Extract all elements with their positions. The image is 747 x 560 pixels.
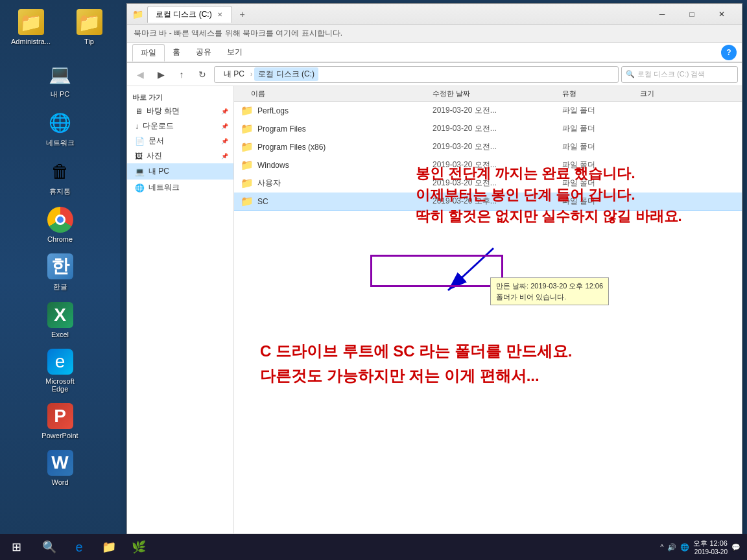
address-path[interactable]: 내 PC › 로컬 디스크 (C:) — [214, 66, 619, 83]
word-icon: W — [47, 450, 73, 476]
ribbon: 파일 홈 공유 보기 ? — [127, 43, 742, 63]
desktop-icon-excel[interactable]: X Excel — [34, 299, 86, 341]
file-date-programfiles: 2019-03-20 오전... — [433, 123, 562, 134]
file-date-programfilesx86: 2019-03-20 오전... — [433, 141, 562, 152]
clock-date: 2019-03-20 — [693, 548, 728, 555]
maximize-button[interactable]: □ — [677, 4, 707, 25]
taskbar-edge[interactable]: e — [65, 534, 93, 560]
col-type-header[interactable]: 유형 — [562, 89, 640, 99]
minimize-button[interactable]: ─ — [647, 4, 677, 25]
desktop-sidebar-icon: 🖥 — [135, 107, 143, 116]
chrome-icon — [47, 207, 73, 233]
search-placeholder: 로컬 디스크 (C:) 검색 — [637, 69, 706, 79]
refresh-button[interactable]: ↻ — [193, 65, 211, 84]
file-row-perflogs[interactable]: 📁 PerfLogs 2019-03-20 오전... 파일 폴더 — [234, 102, 742, 120]
ribbon-tabs: 파일 홈 공유 보기 ? — [127, 43, 742, 62]
file-type-programfilesx86: 파일 폴더 — [562, 141, 640, 152]
file-type-windows: 파일 폴더 — [562, 159, 640, 170]
recycle-label: 휴지통 — [49, 187, 71, 196]
mypc-label: 내 PC — [51, 89, 69, 99]
taskbar-search[interactable]: 🔍 — [35, 534, 64, 560]
desktop-icon-hangul[interactable]: 한 한글 — [34, 251, 86, 294]
sidebar-downloads-label: 다운로드 — [143, 121, 174, 132]
desktop-icon-recycle[interactable]: 🗑 휴지통 — [34, 156, 86, 199]
clock-time: 오후 12:06 — [693, 539, 728, 548]
path-drive[interactable]: 로컬 디스크 (C:) — [254, 67, 318, 81]
desktop-icon-admin[interactable]: 📁 Administra... — [5, 6, 57, 48]
ribbon-tab-share[interactable]: 공유 — [188, 44, 219, 60]
speaker-icon[interactable]: 🔊 — [667, 543, 676, 552]
sidebar-item-mypc[interactable]: 💻 내 PC — [127, 163, 233, 180]
sidebar-network-label: 네트워크 — [148, 182, 180, 193]
instruction-line2: 다른것도 가능하지만 저는 이게 편해서... — [260, 364, 572, 388]
help-button[interactable]: ? — [721, 45, 737, 60]
file-row-windows[interactable]: 📁 Windows 2019-03-20 오전... 파일 폴더 — [234, 156, 742, 174]
notification-icon[interactable]: 💬 — [731, 543, 741, 552]
sidebar-item-network[interactable]: 🌐 네트워크 — [127, 180, 233, 196]
new-tab-button[interactable]: + — [235, 6, 250, 22]
network-sidebar-icon: 🌐 — [135, 183, 145, 192]
col-size-header[interactable]: 크기 — [640, 89, 692, 99]
sidebar-item-downloads[interactable]: ↓ 다운로드 📌 — [127, 119, 233, 134]
col-date-header[interactable]: 수정한 날짜 — [433, 89, 562, 99]
sidebar-item-desktop[interactable]: 🖥 바탕 화면 📌 — [127, 104, 233, 119]
ribbon-tab-file[interactable]: 파일 — [132, 44, 165, 62]
tip-icon-label: Tip — [84, 38, 94, 45]
network-icon: 🌐 — [47, 110, 73, 135]
sidebar-item-documents[interactable]: 📄 문서 📌 — [127, 134, 233, 148]
desktop-icon-tip[interactable]: 📁 Tip — [64, 6, 115, 48]
file-row-programfiles[interactable]: 📁 Program Files 2019-03-20 오전... 파일 폴더 — [234, 120, 742, 138]
taskbar-explorer[interactable]: 📁 — [95, 534, 123, 560]
desktop-icon-network[interactable]: 🌐 네트워크 — [34, 107, 86, 150]
desktop-icon-mypc[interactable]: 💻 내 PC — [34, 58, 86, 102]
folder-taskbar-icon: 📁 — [102, 540, 116, 554]
sidebar-item-pictures[interactable]: 🖼 사진 📌 — [127, 148, 233, 163]
close-button[interactable]: ✕ — [707, 4, 737, 25]
pin-icon-4: 📌 — [221, 153, 228, 159]
file-name-windows: 📁 Windows — [238, 159, 433, 171]
folder-icon-5: 📁 — [241, 177, 254, 189]
col-name-header[interactable]: 이름 — [238, 89, 433, 99]
file-row-sc[interactable]: 📁 SC 2019-03-20 오후... 파일 폴더 — [234, 192, 742, 211]
forward-button[interactable]: ▶ — [152, 65, 170, 84]
search-box[interactable]: 🔍 로컬 디스크 (C:) 검색 — [621, 66, 738, 83]
back-button[interactable]: ◀ — [131, 65, 149, 84]
edge-icon: e — [47, 349, 73, 375]
desktop-icon-chrome[interactable]: Chrome — [34, 204, 86, 246]
up-button[interactable]: ↑ — [172, 65, 191, 84]
tab-close-button[interactable]: ✕ — [216, 11, 224, 18]
start-button[interactable]: ⊞ — [0, 534, 32, 560]
file-row-users[interactable]: 📁 사용자 2019-03-20 오전... 파일 폴더 — [234, 174, 742, 192]
taskbar-app4[interactable]: 🌿 — [124, 534, 153, 560]
tray-chevron[interactable]: ^ — [660, 543, 663, 551]
file-date-windows: 2019-03-20 오전... — [433, 159, 562, 170]
network-label: 네트워크 — [46, 138, 75, 148]
bookmark-bar: 북마크 바 - 빠른 액세스를 위해 북마크를 여기에 표시합니다. — [127, 25, 742, 43]
desktop-icon-edge[interactable]: e Microsoft Edge — [34, 346, 86, 395]
sidebar: 바로 가기 🖥 바탕 화면 📌 ↓ 다운로드 📌 📄 문서 📌 🖼 사진 📌 — [127, 86, 234, 533]
edge-taskbar-icon: e — [75, 540, 82, 555]
file-name-programfilesx86: 📁 Program Files (x86) — [238, 141, 433, 153]
file-date-sc: 2019-03-20 오후... — [433, 196, 562, 207]
recycle-bin-icon: 🗑 — [47, 158, 73, 184]
taskbar-tray: ^ 🔊 🌐 오후 12:06 2019-03-20 💬 — [660, 539, 747, 555]
sidebar-desktop-label: 바탕 화면 — [147, 106, 180, 117]
pin-icon-2: 📌 — [221, 123, 228, 130]
ribbon-tab-view[interactable]: 보기 — [219, 44, 250, 60]
title-tab-active[interactable]: 로컬 디스크 (C:) ✕ — [147, 6, 232, 23]
desktop-icon-ppt[interactable]: P PowerPoint — [34, 401, 86, 442]
instruction-line1: C 드라이브 루트에 SC 라는 폴더를 만드세요. — [260, 339, 572, 364]
ribbon-tab-home[interactable]: 홈 — [165, 44, 188, 60]
folder-icon-3: 📁 — [241, 141, 254, 153]
search-taskbar-icon: 🔍 — [42, 540, 56, 554]
network-tray-icon[interactable]: 🌐 — [680, 543, 689, 552]
file-name-sc: 📁 SC — [238, 195, 433, 207]
file-date-perflogs: 2019-03-20 오전... — [433, 105, 562, 116]
mypc-sidebar-icon: 💻 — [135, 167, 145, 176]
file-name-perflogs: 📁 PerfLogs — [238, 104, 433, 117]
path-pc[interactable]: 내 PC — [220, 67, 248, 81]
desktop-icon-word[interactable]: W Word — [34, 447, 86, 489]
download-sidebar-icon: ↓ — [135, 122, 139, 131]
file-explorer-window: 📁 로컬 디스크 (C:) ✕ + ─ □ ✕ 북마크 바 - 빠른 액세스를 … — [126, 3, 742, 551]
file-row-programfilesx86[interactable]: 📁 Program Files (x86) 2019-03-20 오전... 파… — [234, 138, 742, 156]
